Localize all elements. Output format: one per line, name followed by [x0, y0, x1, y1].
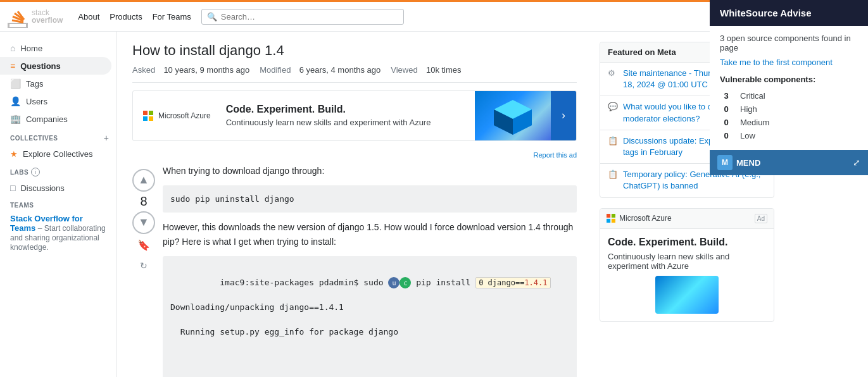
vuln-medium-count: 0 — [720, 118, 733, 127]
svg-rect-14 — [612, 214, 615, 218]
code-block-2: imac9:site-packages pdadmin$ sudo uc pip… — [163, 256, 577, 377]
vuln-critical-label: Critical — [740, 91, 765, 101]
ws-footer: M MEND ⤢ — [710, 150, 868, 175]
ws-header: WhiteSource Advise — [710, 0, 868, 26]
collectives-section: COLLECTIVES + — [0, 128, 116, 145]
collectives-plus[interactable]: + — [104, 133, 109, 143]
ws-header-text: WhiteSource Advise — [720, 8, 811, 18]
home-icon: ⌂ — [10, 43, 15, 53]
ad-logo-area: Microsoft Azure — [133, 103, 221, 128]
vuln-row-critical: 3 Critical — [720, 89, 858, 102]
discussions-icon: □ — [10, 183, 15, 193]
ad-image — [475, 90, 551, 141]
sidebar-item-users[interactable]: 👤 Users — [0, 92, 111, 110]
left-sidebar: ⌂ Home ≡ Questions ⬜ Tags 👤 Users 🏢 Comp… — [0, 32, 117, 377]
tags-icon: ⬜ — [10, 78, 21, 89]
azure-ad2-title: Code. Experiment. Build. — [608, 237, 766, 248]
code-pip-cmd: pip install — [411, 278, 475, 287]
teams-section: TEAMS — [0, 197, 116, 211]
ad-cube-graphic — [487, 97, 538, 135]
code-avatar2: c — [399, 277, 411, 288]
labs-info-icon[interactable]: i — [31, 168, 40, 176]
vuln-high-label: High — [740, 104, 757, 114]
so-logo[interactable]: stack overflow — [8, 5, 63, 28]
meta-icon-3: 📋 — [608, 170, 618, 180]
ad-next-button[interactable]: › — [551, 90, 576, 141]
mend-icon: M — [717, 155, 733, 170]
question-meta: Asked 10 years, 9 months ago Modified 6 … — [132, 65, 577, 83]
search-icon: 🔍 — [207, 12, 217, 22]
sidebar-item-companies[interactable]: 🏢 Companies — [0, 110, 111, 128]
history-button[interactable]: ↻ — [135, 257, 153, 275]
svg-rect-8 — [149, 116, 153, 121]
nav-products[interactable]: Products — [104, 8, 147, 25]
sidebar-item-discussions[interactable]: □ Discussions — [0, 179, 111, 197]
question-body: When trying to download django through: … — [163, 164, 577, 377]
ms-logo-icon — [143, 111, 153, 121]
whitesource-panel: WhiteSource Advise 3 open source compone… — [710, 0, 868, 175]
ad-banner: Microsoft Azure Code. Experiment. Build.… — [132, 90, 577, 141]
ws-first-component-link[interactable]: Take me to the first component — [720, 58, 858, 67]
question-area: ▲ 8 ▼ 🔖 ↻ When trying to download django… — [132, 164, 577, 377]
search-bar: 🔍 — [201, 9, 404, 25]
ad-title: Code. Experiment. Build. — [226, 104, 470, 115]
azure-ad2-subtitle: Continuously learn new skills and experi… — [608, 252, 766, 271]
vote-count: 8 — [140, 194, 147, 209]
svg-rect-13 — [607, 214, 610, 218]
companies-icon: 🏢 — [10, 114, 21, 124]
main-content: How to install django 1.4 Asked 10 years… — [117, 32, 592, 377]
ws-expand-icon[interactable]: ⤢ — [853, 158, 860, 168]
vuln-high-count: 0 — [720, 104, 733, 114]
azure-ad2-body: Code. Experiment. Build. Continuously le… — [600, 229, 774, 321]
vuln-medium-label: Medium — [740, 118, 769, 127]
question-title: How to install django 1.4 — [132, 42, 577, 60]
azure-ad2-header: Microsoft Azure Ad — [600, 209, 774, 229]
ms-logo-icon-2 — [607, 214, 615, 223]
code-line-prompt: imac9:site-packages pdadmin$ sudo — [220, 278, 388, 287]
vote-up-button[interactable]: ▲ — [132, 169, 155, 192]
azure-cube-graphic — [655, 276, 719, 314]
chat-icon: 💬 — [608, 102, 618, 112]
code-highlight: 0 django==1.4.1 — [475, 277, 550, 288]
sidebar-item-questions[interactable]: ≡ Questions — [0, 57, 111, 75]
meta-icon-2: 📋 — [608, 136, 618, 146]
ad-text: Code. Experiment. Build. Continuously le… — [221, 99, 475, 132]
ad-tag-2: Ad — [755, 214, 767, 223]
svg-rect-15 — [607, 219, 610, 223]
question-text-p1: When trying to download django through: — [163, 164, 577, 178]
vote-down-button[interactable]: ▼ — [132, 211, 155, 234]
code-line-3: Running setup.py egg_info for package dj… — [170, 327, 398, 337]
mend-logo: M MEND — [717, 155, 760, 170]
svg-rect-16 — [612, 219, 615, 223]
sidebar-item-tags[interactable]: ⬜ Tags — [0, 75, 111, 92]
question-text-p2: However, this downloads the new version … — [163, 220, 577, 249]
code-block-1: sudo pip uninstall django — [163, 185, 577, 213]
vuln-low-count: 0 — [720, 131, 733, 140]
azure-ad2-sponsor: Microsoft Azure — [619, 214, 672, 223]
ws-body: 3 open source components found in page T… — [710, 26, 868, 150]
search-input[interactable] — [221, 12, 398, 22]
sidebar-item-so-teams: Stack Overflow for Teams – Start collabo… — [0, 211, 116, 254]
svg-rect-4 — [9, 24, 26, 27]
ad-sponsor: Microsoft Azure — [158, 111, 211, 120]
vuln-row-low: 0 Low — [720, 129, 858, 142]
microsoft-azure-logo: Microsoft Azure — [143, 111, 211, 121]
report-ad-link[interactable]: Report this ad — [132, 151, 577, 159]
svg-rect-5 — [143, 111, 148, 115]
asked-label: Asked 10 years, 9 months ago — [132, 65, 249, 75]
questions-icon: ≡ — [10, 61, 15, 71]
labs-section: LABS i — [0, 163, 116, 179]
azure-ad2-logo: Microsoft Azure — [607, 214, 672, 223]
sidebar-item-explore-collectives[interactable]: ★ Explore Collectives — [0, 145, 116, 163]
svg-rect-6 — [149, 111, 153, 115]
ad-subtitle: Continuously learn new skills and experi… — [226, 118, 470, 127]
modified-label: Modified 6 years, 4 months ago — [260, 65, 381, 75]
vuln-row-high: 0 High — [720, 102, 858, 116]
ws-vulnerable-label: Vulnerable components: — [720, 75, 858, 84]
nav-about[interactable]: About — [73, 8, 104, 25]
sidebar-item-home[interactable]: ⌂ Home — [0, 39, 111, 57]
ws-count: 3 open source components found in page — [720, 34, 858, 53]
bookmark-button[interactable]: 🔖 — [135, 237, 153, 254]
mend-label: MEND — [736, 158, 760, 168]
nav-for-teams[interactable]: For Teams — [148, 8, 196, 25]
